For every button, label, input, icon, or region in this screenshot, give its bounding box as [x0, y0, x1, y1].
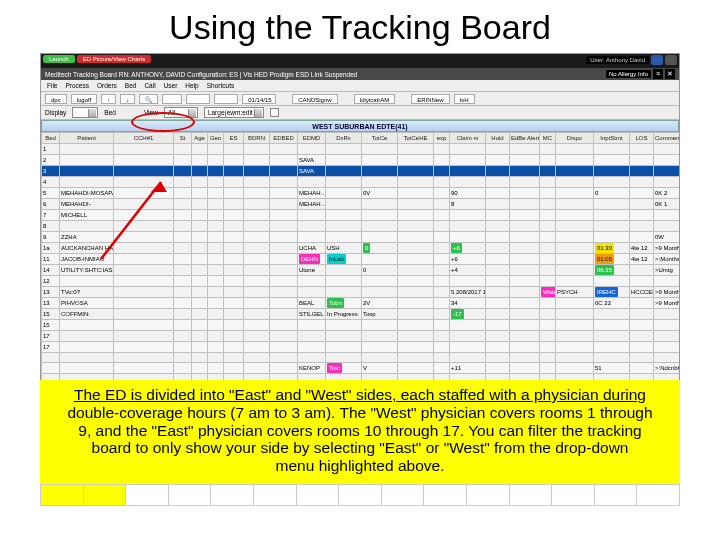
tool-blank1[interactable] — [162, 94, 182, 104]
cell[interactable] — [630, 155, 654, 166]
cell[interactable] — [224, 243, 244, 254]
cell[interactable] — [654, 177, 681, 188]
cell[interactable] — [362, 221, 398, 232]
cell[interactable] — [398, 298, 434, 309]
cell[interactable] — [398, 199, 434, 210]
cell[interactable] — [594, 276, 630, 287]
cell[interactable] — [326, 155, 362, 166]
cell[interactable] — [244, 210, 270, 221]
table-row[interactable]: 7MICHELL — [42, 210, 681, 221]
close-icon[interactable]: ✕ — [665, 69, 675, 79]
cell[interactable]: 34 — [450, 298, 486, 309]
cell[interactable] — [270, 166, 298, 177]
cell[interactable] — [510, 287, 540, 298]
cell[interactable] — [654, 155, 681, 166]
view-charts-button[interactable]: ED Picture/View Charts — [77, 55, 152, 63]
cell[interactable] — [654, 342, 681, 353]
cell[interactable] — [486, 353, 510, 363]
cell[interactable] — [556, 243, 594, 254]
cell[interactable] — [208, 254, 224, 265]
cell[interactable] — [434, 287, 450, 298]
cell[interactable] — [540, 177, 556, 188]
cell[interactable] — [434, 221, 450, 232]
cell[interactable] — [244, 155, 270, 166]
cell[interactable]: AUCKANCHAN HAE — [60, 243, 114, 254]
col-header[interactable]: DxRx — [326, 133, 362, 144]
menu-file[interactable]: File — [47, 82, 57, 89]
tool-dpc[interactable]: dpc — [45, 94, 67, 104]
cell[interactable] — [224, 287, 244, 298]
cell[interactable] — [270, 298, 298, 309]
cell[interactable] — [630, 221, 654, 232]
app-icon[interactable] — [651, 55, 663, 65]
cell[interactable] — [630, 320, 654, 331]
col-header[interactable]: Age — [192, 133, 208, 144]
cell[interactable] — [174, 331, 192, 342]
table-row[interactable]: 9ZZHA0WNc — [42, 232, 681, 243]
size-dropdown[interactable]: Large(ewm:edit — [204, 107, 264, 118]
cell[interactable]: MEHAHDI- — [60, 199, 114, 210]
cell[interactable] — [208, 298, 224, 309]
table-row[interactable]: 13PIHVOSABEALTobn2V340C 22>9 MonthsNc — [42, 298, 681, 309]
cell[interactable] — [192, 166, 208, 177]
cell[interactable] — [594, 166, 630, 177]
cell[interactable]: ZZHA — [60, 232, 114, 243]
cell[interactable] — [540, 276, 556, 287]
cell[interactable] — [244, 353, 270, 363]
cell[interactable] — [114, 166, 174, 177]
cell[interactable] — [450, 166, 486, 177]
cell[interactable] — [486, 177, 510, 188]
cell[interactable] — [434, 265, 450, 276]
cell[interactable] — [450, 210, 486, 221]
cell[interactable] — [224, 144, 244, 155]
cell[interactable] — [174, 287, 192, 298]
cell[interactable]: +4 — [450, 265, 486, 276]
col-header[interactable]: EDMD — [298, 133, 326, 144]
cell[interactable] — [174, 155, 192, 166]
cell[interactable] — [398, 276, 434, 287]
cell[interactable] — [244, 188, 270, 199]
cell[interactable] — [326, 287, 362, 298]
cell[interactable] — [434, 199, 450, 210]
cell[interactable] — [244, 177, 270, 188]
col-header[interactable]: Comment — [654, 133, 681, 144]
cell[interactable] — [60, 166, 114, 177]
tool-idy[interactable]: IdiyicaIrAM — [354, 94, 396, 104]
cell[interactable] — [398, 243, 434, 254]
cell[interactable] — [174, 177, 192, 188]
cell[interactable] — [450, 177, 486, 188]
cell[interactable] — [450, 221, 486, 232]
cell[interactable] — [362, 199, 398, 210]
cell[interactable] — [326, 166, 362, 177]
cell[interactable]: 0 — [594, 188, 630, 199]
cell[interactable] — [326, 188, 362, 199]
cell[interactable] — [114, 309, 174, 320]
cell[interactable] — [174, 199, 192, 210]
cell[interactable]: 0C 22 — [594, 298, 630, 309]
cell[interactable] — [60, 363, 114, 374]
cell[interactable] — [244, 199, 270, 210]
cell[interactable] — [244, 221, 270, 232]
cell[interactable] — [540, 243, 556, 254]
cell[interactable] — [556, 331, 594, 342]
cell[interactable] — [654, 221, 681, 232]
cell[interactable] — [326, 276, 362, 287]
cell[interactable]: HCCCED — [630, 287, 654, 298]
cell[interactable] — [398, 363, 434, 374]
cell[interactable] — [208, 232, 224, 243]
cell[interactable] — [594, 155, 630, 166]
cell[interactable] — [326, 221, 362, 232]
view-dropdown[interactable]: All — [164, 107, 198, 118]
cell[interactable] — [594, 309, 630, 320]
cell[interactable] — [114, 287, 174, 298]
cell[interactable]: >Umtg — [654, 265, 681, 276]
cell[interactable]: PSYCH — [556, 287, 594, 298]
cell[interactable]: Utone — [298, 265, 326, 276]
cell[interactable] — [114, 363, 174, 374]
cell[interactable] — [398, 353, 434, 363]
col-header[interactable]: Patient — [60, 133, 114, 144]
cell[interactable] — [486, 199, 510, 210]
cell[interactable] — [540, 309, 556, 320]
col-header[interactable]: InptStmt — [594, 133, 630, 144]
cell[interactable] — [398, 221, 434, 232]
